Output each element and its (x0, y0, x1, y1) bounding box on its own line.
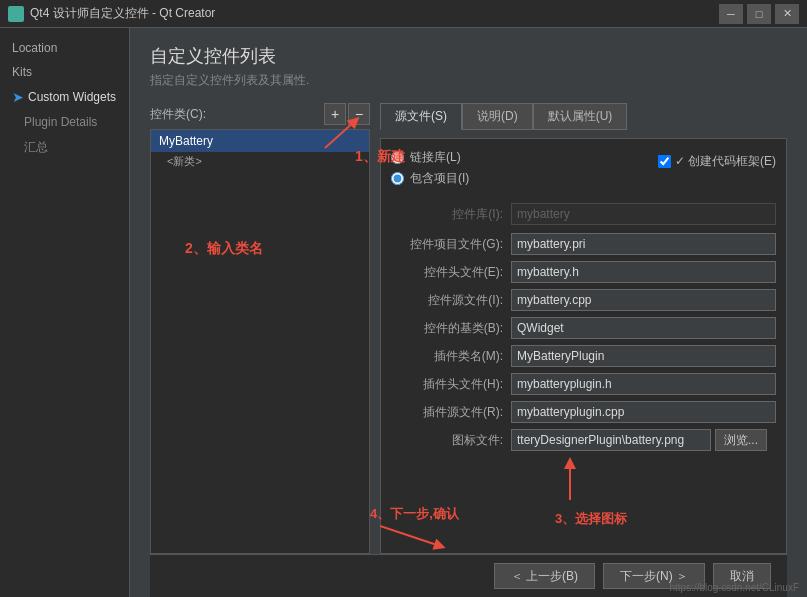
form-input-plugin-class[interactable] (511, 345, 776, 367)
sidebar: Location Kits ➤ Custom Widgets Plugin De… (0, 28, 130, 597)
tab-source[interactable]: 源文件(S) (380, 103, 462, 130)
control-lib-input (511, 203, 776, 225)
widget-class-label: 控件类(C): (150, 106, 206, 123)
content-area: 自定义控件列表 指定自定义控件列表及其属性. 控件类(C): + − MyBat… (130, 28, 807, 597)
form-row-base-class: 控件的基类(B): (391, 317, 776, 339)
form-label-header-file: 控件头文件(E): (391, 264, 511, 281)
radio-link-library-label: 链接库(L) (410, 149, 461, 166)
form-label-base-class: 控件的基类(B): (391, 320, 511, 337)
form-label-plugin-header: 插件头文件(H): (391, 376, 511, 393)
form-fields: 控件项目文件(G):控件头文件(E):控件源文件(I):控件的基类(B):插件类… (391, 233, 776, 423)
window-controls: ─ □ ✕ (719, 4, 799, 24)
form-row-source-file: 控件源文件(I): (391, 289, 776, 311)
titlebar: Qt4 设计师自定义控件 - Qt Creator ─ □ ✕ (0, 0, 807, 28)
create-code-frame-checkbox[interactable] (658, 155, 671, 168)
browse-button[interactable]: 浏览... (715, 429, 767, 451)
main-layout: Location Kits ➤ Custom Widgets Plugin De… (0, 28, 807, 597)
page-title: 自定义控件列表 (150, 44, 787, 68)
watermark: https://blog.csdn.net/CLinuxF (669, 582, 799, 593)
sidebar-item-summary[interactable]: 汇总 (0, 134, 129, 161)
close-button[interactable]: ✕ (775, 4, 799, 24)
radio-include-project-label: 包含项目(I) (410, 170, 469, 187)
minimize-button[interactable]: ─ (719, 4, 743, 24)
sidebar-item-label-custom-widgets: Custom Widgets (28, 90, 116, 104)
radio-link-library-row: 链接库(L) (391, 149, 469, 166)
form-input-plugin-source[interactable] (511, 401, 776, 423)
remove-widget-button[interactable]: − (348, 103, 370, 125)
control-lib-label: 控件库(I): (391, 206, 511, 223)
form-label-plugin-source: 插件源文件(R): (391, 404, 511, 421)
radio-include-project-row: 包含项目(I) (391, 170, 469, 187)
form-input-plugin-header[interactable] (511, 373, 776, 395)
sidebar-item-custom-widgets[interactable]: ➤ Custom Widgets (0, 84, 129, 110)
sidebar-item-label-kits: Kits (12, 65, 32, 79)
page-subtitle: 指定自定义控件列表及其属性. (150, 72, 787, 89)
icon-file-label: 图标文件: (391, 432, 511, 449)
form-row-project-file: 控件项目文件(G): (391, 233, 776, 255)
widget-list-item-new[interactable]: <新类> (151, 152, 369, 171)
add-widget-button[interactable]: + (324, 103, 346, 125)
sidebar-item-label-location: Location (12, 41, 57, 55)
sidebar-item-label-plugin-details: Plugin Details (24, 115, 97, 129)
sidebar-item-label-summary: 汇总 (24, 139, 48, 156)
tab-default-props[interactable]: 默认属性(U) (533, 103, 628, 130)
prev-button[interactable]: ＜ 上一步(B) (494, 563, 595, 589)
form-row-plugin-header: 插件头文件(H): (391, 373, 776, 395)
icon-file-row: 图标文件: 浏览... (391, 429, 776, 451)
form-input-base-class[interactable] (511, 317, 776, 339)
form-input-project-file[interactable] (511, 233, 776, 255)
window-title: Qt4 设计师自定义控件 - Qt Creator (30, 5, 719, 22)
active-arrow-icon: ➤ (12, 89, 24, 105)
form-input-source-file[interactable] (511, 289, 776, 311)
sidebar-item-kits[interactable]: Kits (0, 60, 129, 84)
create-code-frame-row: ✓ 创建代码框架(E) (658, 149, 776, 170)
form-row-plugin-source: 插件源文件(R): (391, 401, 776, 423)
form-label-plugin-class: 插件类名(M): (391, 348, 511, 365)
widget-listbox[interactable]: MyBattery <新类> (150, 129, 370, 554)
props-top-row: 链接库(L) 包含项目(I) ✓ 创建代码框架(E) (391, 149, 776, 197)
widget-list-item-mybattery[interactable]: MyBattery (151, 130, 369, 152)
radio-group: 链接库(L) 包含项目(I) (391, 149, 469, 187)
sidebar-item-location[interactable]: Location (0, 36, 129, 60)
widget-section: 控件类(C): + − MyBattery <新类> (150, 103, 787, 554)
form-label-project-file: 控件项目文件(G): (391, 236, 511, 253)
app-icon (8, 6, 24, 22)
source-tab-content: 链接库(L) 包含项目(I) ✓ 创建代码框架(E) (380, 138, 787, 554)
radio-include-project[interactable] (391, 172, 404, 185)
radio-link-library[interactable] (391, 151, 404, 164)
widget-list-header: 控件类(C): + − (150, 103, 370, 125)
icon-file-input[interactable] (511, 429, 711, 451)
tab-description[interactable]: 说明(D) (462, 103, 533, 130)
widget-list-buttons: + − (324, 103, 370, 125)
create-code-frame-label: ✓ 创建代码框架(E) (675, 153, 776, 170)
control-lib-row: 控件库(I): (391, 203, 776, 225)
form-input-header-file[interactable] (511, 261, 776, 283)
widget-list-panel: 控件类(C): + − MyBattery <新类> (150, 103, 370, 554)
form-row-header-file: 控件头文件(E): (391, 261, 776, 283)
tab-bar: 源文件(S) 说明(D) 默认属性(U) (380, 103, 787, 130)
sidebar-item-plugin-details[interactable]: Plugin Details (0, 110, 129, 134)
form-label-source-file: 控件源文件(I): (391, 292, 511, 309)
props-panel: 源文件(S) 说明(D) 默认属性(U) (380, 103, 787, 554)
form-row-plugin-class: 插件类名(M): (391, 345, 776, 367)
maximize-button[interactable]: □ (747, 4, 771, 24)
